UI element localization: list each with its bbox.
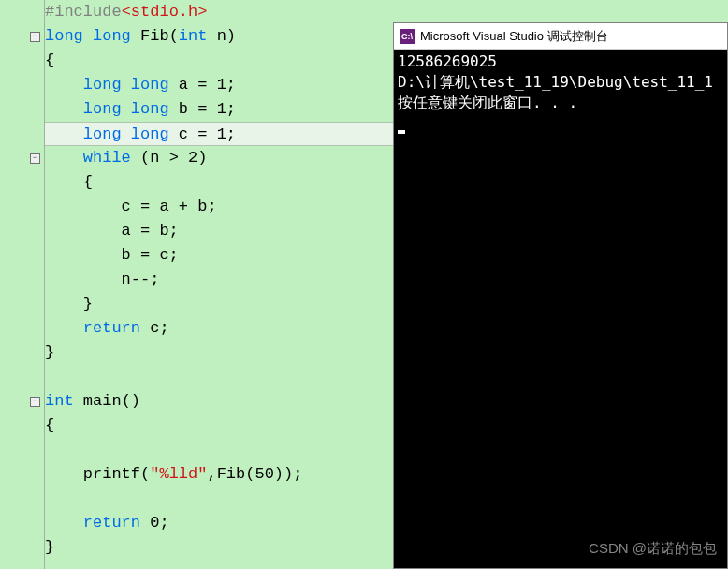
code-line[interactable]: #include<stdio.h> <box>45 0 393 24</box>
code-line[interactable]: int main() <box>45 389 393 414</box>
code-line[interactable]: printf("%lld",Fib(50)); <box>45 462 393 487</box>
editor-gutter: −−− <box>0 0 45 569</box>
code-line[interactable]: } <box>45 292 393 316</box>
code-line[interactable]: b = c; <box>45 243 393 268</box>
code-line[interactable]: long long a = 1; <box>45 73 393 97</box>
code-line[interactable] <box>45 487 393 511</box>
code-line[interactable]: } <box>45 535 393 560</box>
csdn-watermark: CSDN @诺诺的包包 <box>589 540 717 558</box>
console-line: D:\计算机\test_11_19\Debug\test_11_1 <box>398 72 723 93</box>
code-line[interactable] <box>45 365 393 389</box>
code-line[interactable]: c = a + b; <box>45 195 393 219</box>
code-line[interactable] <box>45 438 393 462</box>
console-cursor <box>398 130 405 134</box>
code-editor-pane: −−− #include<stdio.h>long long Fib(int n… <box>0 0 393 569</box>
console-line: 按任意键关闭此窗口. . . <box>398 93 723 113</box>
code-line[interactable]: return c; <box>45 316 393 341</box>
console-title: Microsoft Visual Studio 调试控制台 <box>420 28 608 45</box>
code-line[interactable]: while (n > 2) <box>45 146 393 170</box>
code-line[interactable]: long long Fib(int n) <box>45 24 393 49</box>
code-line[interactable]: { <box>45 414 393 438</box>
code-line[interactable]: } <box>45 341 393 365</box>
visual-studio-icon: C:\ <box>400 29 415 44</box>
code-area[interactable]: #include<stdio.h>long long Fib(int n){ l… <box>45 0 393 569</box>
console-line: 12586269025 <box>398 51 723 72</box>
code-line[interactable]: a = b; <box>45 219 393 243</box>
debug-console-window: C:\ Microsoft Visual Studio 调试控制台 125862… <box>393 22 728 569</box>
fold-toggle-icon[interactable]: − <box>30 32 40 42</box>
code-line[interactable]: long long b = 1; <box>45 97 393 122</box>
fold-toggle-icon[interactable]: − <box>30 397 40 407</box>
code-line[interactable]: long long c = 1; <box>45 122 393 146</box>
code-line[interactable]: n--; <box>45 268 393 292</box>
code-line[interactable]: { <box>45 170 393 195</box>
console-output: 12586269025D:\计算机\test_11_19\Debug\test_… <box>394 50 727 136</box>
console-titlebar[interactable]: C:\ Microsoft Visual Studio 调试控制台 <box>394 23 727 50</box>
code-line[interactable]: { <box>45 49 393 73</box>
code-line[interactable]: return 0; <box>45 511 393 535</box>
fold-toggle-icon[interactable]: − <box>30 153 40 164</box>
